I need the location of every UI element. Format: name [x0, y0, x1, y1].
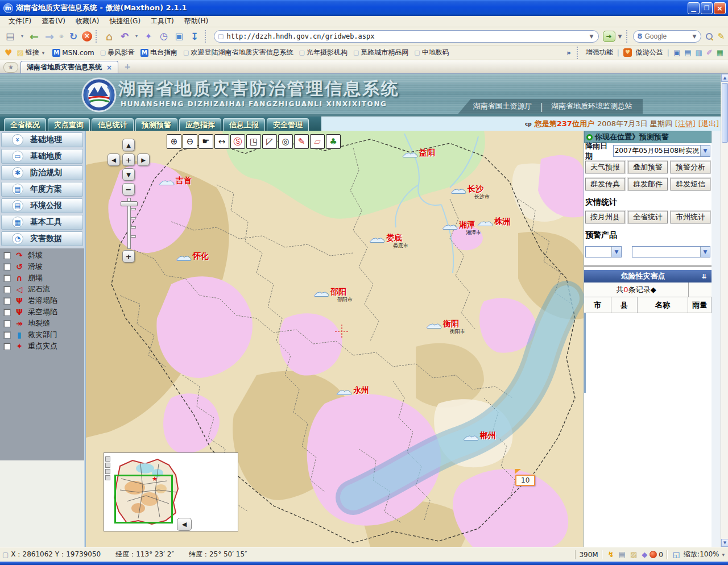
city-marker-衡阳[interactable]: ☁☁衡阳衡阳市: [426, 318, 465, 335]
sidebar-section-基础地质[interactable]: ▭基础地质: [1, 149, 83, 164]
danger-points-header[interactable]: 危险性灾害点 ⇊: [584, 270, 712, 282]
pan-icon[interactable]: ☛: [198, 134, 213, 149]
叠加预警-button[interactable]: 叠加预警: [628, 161, 668, 173]
预警分析-button[interactable]: 预警分析: [671, 161, 710, 173]
quick-link[interactable]: M电台指南: [138, 48, 180, 57]
select-rectangle-icon[interactable]: ◳: [246, 134, 261, 149]
layer-checkbox[interactable]: [3, 263, 11, 271]
pan-down-button[interactable]: ▼: [122, 168, 135, 181]
legend-icon[interactable]: ♣: [326, 134, 341, 149]
undo-dropdown-icon[interactable]: ▾: [133, 30, 140, 43]
building-icon[interactable]: ▦: [717, 48, 723, 57]
url-input[interactable]: [226, 32, 588, 40]
city-marker-益阳[interactable]: ☁☁益阳: [402, 147, 435, 159]
printer-icon[interactable]: ▤: [619, 550, 626, 559]
zoom-slider-handle[interactable]: [121, 201, 138, 206]
plus-features-link[interactable]: 增强功能: [586, 48, 613, 57]
scroll-thumb[interactable]: [722, 83, 728, 143]
pan-up-button[interactable]: ▲: [122, 139, 135, 151]
select-circle-icon[interactable]: ◎: [278, 134, 293, 149]
layer-checkbox[interactable]: [3, 297, 11, 305]
undo-icon[interactable]: ↶: [118, 30, 131, 43]
pan-left-button[interactable]: ◀: [107, 153, 120, 166]
city-marker-湘潭[interactable]: ☁☁湘潭湘潭市: [442, 219, 481, 236]
magic-fill-icon[interactable]: ✦: [142, 30, 155, 43]
favorites-heart-icon[interactable]: ♥: [5, 48, 12, 58]
eraser-icon[interactable]: ▱: [310, 134, 325, 149]
forward-icon[interactable]: →: [43, 30, 56, 43]
boost-icon[interactable]: ↯: [608, 550, 614, 559]
measure-distance-icon[interactable]: ↔: [214, 134, 229, 149]
map-viewport[interactable]: ⊕⊖☛↔Ⓢ◳◸◎✎▱♣ ▲ ◀ + ▶ ▼ − + ☁☁吉首☁☁益阳☁☁长沙长沙…: [86, 131, 584, 547]
menu-item[interactable]: 快捷组(G): [104, 15, 146, 27]
links-folder[interactable]: ▨ 链接 ▾: [14, 48, 48, 57]
charity-link[interactable]: 傲游公益: [636, 48, 663, 57]
tab-star-icon[interactable]: ★: [3, 62, 18, 73]
search-input[interactable]: [644, 32, 691, 40]
市州统计-button[interactable]: 市州统计: [671, 211, 710, 223]
sidebar-section-年度方案[interactable]: ▤年度方案: [1, 182, 83, 197]
sidebar-section-灾害数据[interactable]: ◔灾害数据: [1, 231, 83, 246]
city-marker-邵阳[interactable]: ☁☁邵阳邵阳市: [313, 286, 353, 304]
product-select-small[interactable]: ▼: [585, 246, 622, 257]
群发邮件-button[interactable]: 群发邮件: [628, 178, 668, 190]
address-dropdown-icon[interactable]: ▼: [589, 34, 595, 39]
notes-icon[interactable]: ▥: [696, 48, 702, 57]
folder-icon[interactable]: ▨: [630, 550, 637, 559]
chevron-down-icon[interactable]: ▼: [611, 247, 621, 257]
quick-link[interactable]: ▢暴风影音: [98, 48, 137, 57]
layer-checkbox[interactable]: [3, 320, 11, 327]
layer-checkbox[interactable]: [3, 309, 11, 316]
search-box[interactable]: 8 ▼: [633, 30, 701, 43]
resize-icon[interactable]: ◱: [673, 550, 680, 559]
city-marker-长沙[interactable]: ☁☁长沙长沙市: [450, 184, 490, 201]
layer-checkbox[interactable]: [3, 252, 11, 259]
按月州县-button[interactable]: 按月州县: [585, 211, 625, 223]
flag-marker[interactable]: 10: [515, 475, 535, 486]
window-mode-icon[interactable]: ▣: [172, 30, 186, 43]
go-dropdown-icon[interactable]: ▼: [617, 34, 623, 39]
close-button[interactable]: ×: [714, 2, 726, 14]
city-marker-怀化[interactable]: ☁☁怀化: [176, 251, 209, 263]
sidebar-section-环境公报[interactable]: ▤环境公报: [1, 198, 83, 213]
menu-item[interactable]: 查看(V): [36, 15, 71, 27]
menu-item[interactable]: 帮助(H): [179, 15, 213, 27]
天气预报-button[interactable]: 天气预报: [585, 161, 625, 173]
群发传真-button[interactable]: 群发传真: [585, 178, 625, 190]
address-bar[interactable]: ▢ ▼: [214, 30, 599, 43]
nav-tab-灾点查询[interactable]: 灾点查询: [48, 118, 90, 131]
menu-item[interactable]: 收藏(A): [71, 15, 105, 27]
pan-right-button[interactable]: ▶: [137, 153, 150, 166]
nav-tab-预测预警[interactable]: 预测预警: [135, 118, 177, 131]
minimize-button[interactable]: ▁: [688, 2, 700, 14]
rain-date-select[interactable]: 2007年05月05日08时实况 ▼: [613, 145, 710, 157]
back-icon[interactable]: ←: [27, 30, 41, 43]
zoom-out-step-button[interactable]: −: [122, 183, 135, 196]
sidebar-section-基本工具[interactable]: ▦基本工具: [1, 215, 83, 230]
city-marker-娄底[interactable]: ☁☁娄底娄底市: [369, 232, 408, 250]
tab-close-icon[interactable]: ×: [106, 64, 112, 72]
全省统计-button[interactable]: 全省统计: [628, 211, 668, 223]
download-icon[interactable]: ↧: [188, 30, 201, 43]
go-button[interactable]: ➔: [603, 31, 615, 42]
draw-marker-icon[interactable]: ✎: [294, 134, 309, 149]
city-marker-永州[interactable]: ☁☁永州: [336, 385, 369, 397]
sidebar-section-基础地理[interactable]: »基础地理: [1, 132, 83, 147]
nav-tab-信息上报[interactable]: 信息上报: [223, 118, 265, 131]
refresh-icon[interactable]: ↻: [67, 30, 80, 43]
new-tab-icon[interactable]: ▤: [3, 30, 17, 43]
collapse-chevrons-icon[interactable]: ⇊: [702, 273, 712, 280]
menu-item[interactable]: 文件(F): [3, 15, 36, 27]
active-tab[interactable]: 湖南省地质灾害信息系统 ×: [20, 61, 118, 73]
quick-link[interactable]: ▢中地数码: [412, 48, 451, 57]
nav-tab-应急指挥[interactable]: 应急指挥: [179, 118, 221, 131]
search-dropdown-icon[interactable]: ▼: [692, 34, 698, 39]
links-overflow-icon[interactable]: »: [566, 49, 571, 57]
brush-icon[interactable]: ✐: [706, 48, 713, 57]
banner-link-monitor-station[interactable]: 湖南省地质环境监测总站: [551, 101, 632, 111]
quick-link[interactable]: ▢光年摄影机构: [296, 48, 349, 57]
history-dropdown-icon[interactable]: ◎: [58, 30, 65, 43]
chevron-down-icon[interactable]: ▼: [700, 146, 710, 156]
nav-tab-全省概况[interactable]: 全省概况: [4, 118, 46, 131]
zoom-dropdown-icon[interactable]: ▾: [721, 552, 726, 558]
